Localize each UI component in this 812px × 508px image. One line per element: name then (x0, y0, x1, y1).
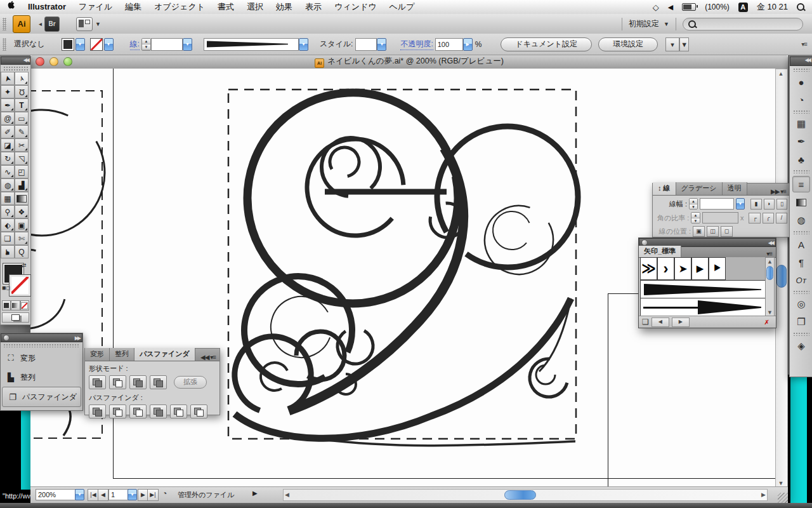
arrow-panel-scrollbar[interactable]: ▲ ▼ (765, 257, 775, 317)
minus-front-button[interactable] (109, 375, 126, 389)
brush-arrow-1[interactable]: ≫ (640, 257, 657, 280)
stroke-color-swatch[interactable] (90, 38, 103, 51)
menu-type[interactable]: 書式 (211, 0, 240, 14)
opacity-field[interactable]: 100 (435, 38, 463, 51)
menu-select[interactable]: 選択 (240, 0, 270, 14)
pathfinder-panel-icon[interactable]: ❐ (793, 314, 809, 330)
arrow-scroll-down[interactable]: ▼ (767, 309, 773, 316)
crop-button[interactable] (150, 404, 167, 418)
merge-button[interactable] (129, 404, 147, 418)
scale-tool[interactable]: ◹ (15, 152, 29, 165)
color-guide-panel-icon[interactable]: ◔ (793, 92, 809, 107)
tools-panel-gripper[interactable] (3, 66, 28, 70)
swatches-panel-icon[interactable]: ▦ (793, 116, 809, 131)
menu-object[interactable]: オブジェクト (148, 0, 211, 14)
stroke-weight-stepper[interactable]: ▲▼ (141, 38, 151, 51)
align-center-button[interactable]: ▣ (693, 226, 705, 237)
fill-dropdown-button[interactable]: ▼ (75, 38, 85, 51)
gradient-tool[interactable] (15, 192, 29, 205)
weight-field[interactable] (700, 198, 735, 210)
artboard-tool[interactable]: ❏ (1, 232, 15, 245)
eraser-tool[interactable]: ◪ (1, 138, 15, 152)
horizontal-scroll-thumb[interactable] (504, 490, 536, 500)
pen-tool[interactable]: ✒ (1, 98, 15, 112)
search-field[interactable] (683, 18, 803, 30)
menu-view[interactable]: 表示 (299, 0, 328, 14)
style-dropdown-button[interactable]: ▼ (377, 38, 386, 51)
zoom-tool[interactable]: Q (15, 245, 29, 258)
airport-icon[interactable]: ◇ (653, 3, 659, 12)
artwork-rectangle-left-edge[interactable] (608, 293, 608, 487)
prev-library-button[interactable]: ◀ (652, 318, 669, 327)
join-miter-button[interactable]: ┌ (749, 213, 760, 224)
intersect-button[interactable] (129, 375, 147, 389)
cap-butt-button[interactable]: ▮ (750, 199, 761, 210)
unite-button[interactable] (89, 375, 106, 389)
zoom-dropdown-button[interactable]: ▼ (75, 489, 84, 500)
pencil-tool[interactable]: ✎ (15, 125, 29, 138)
left-dock-close-icon[interactable] (3, 335, 10, 341)
arrow-panel-menu-icon[interactable]: ▾≡ (763, 250, 776, 257)
dock-item-pathfinder[interactable]: ❐ パスファインダ (2, 387, 81, 407)
trim-button[interactable] (109, 404, 126, 418)
tab-stroke[interactable]: ↕ 線 (653, 182, 676, 195)
swap-fill-stroke-icon[interactable]: ⇄ (22, 262, 27, 269)
exclude-button[interactable] (150, 375, 167, 389)
stroke-panel-icon[interactable]: ≡ (792, 176, 810, 192)
scissors-tool[interactable]: ✂ (15, 138, 29, 152)
brush-definition-preview[interactable] (204, 38, 299, 51)
live-paint-bucket-tool[interactable]: ⬖ (1, 218, 15, 232)
rotate-tool[interactable]: ↻ (1, 152, 15, 165)
delete-brush-icon[interactable]: ✗ (764, 319, 769, 326)
menu-window[interactable]: ウィンドウ (328, 0, 383, 14)
weight-stepper[interactable]: ▲▼ (689, 198, 698, 210)
tab-arrow-standard[interactable]: 矢印_標準 (639, 246, 681, 257)
flourish-artwork-selected[interactable] (225, 86, 580, 441)
brush-arrow-row[interactable] (640, 298, 766, 317)
brushes-panel-icon[interactable]: ✒ (793, 134, 809, 149)
tab-pathfinder[interactable]: パスファインダ (134, 348, 195, 361)
scroll-right-button[interactable]: ▶ (761, 491, 766, 498)
stroke-weight-link[interactable]: 線: (130, 39, 140, 50)
paragraph-panel-icon[interactable]: ¶ (793, 255, 809, 270)
battery-icon[interactable] (682, 3, 696, 11)
right-dock-gripper1[interactable] (793, 68, 809, 72)
stroke-weight-field[interactable] (151, 38, 183, 51)
scroll-up-button[interactable]: ▲ (776, 70, 786, 77)
tab-transparency[interactable]: 透明 (723, 182, 747, 195)
dock-item-align[interactable]: ▙ 整列 (1, 368, 82, 387)
menu-edit[interactable]: 編集 (119, 0, 148, 14)
select-similar-arrow[interactable]: ▼ (679, 37, 689, 51)
right-dock-gripper6[interactable] (793, 332, 809, 336)
right-dock-gripper4[interactable] (793, 231, 809, 234)
status-flyout-arrow[interactable]: ▶ (252, 490, 258, 497)
cap-projecting-button[interactable]: ▯ (776, 199, 787, 210)
dock-item-transform[interactable]: ⛶ 変形 (1, 349, 82, 368)
page-dropdown-button[interactable]: ▼ (128, 489, 137, 500)
fill-color-swatch[interactable] (62, 38, 74, 51)
tab-align[interactable]: 整列 (110, 348, 134, 361)
menu-illustrator[interactable]: Illustrator (22, 0, 72, 14)
window-resize-grip[interactable] (778, 493, 788, 503)
join-round-button[interactable]: ╭ (763, 213, 774, 224)
weight-dropdown[interactable]: ▼ (736, 198, 745, 210)
brush-arrow-2[interactable]: › (657, 257, 674, 280)
library-menu-icon[interactable]: ❏ (642, 318, 649, 326)
outline-button[interactable] (170, 404, 187, 418)
next-library-button[interactable]: ▶ (672, 318, 690, 327)
vertical-scrollbar[interactable]: ▲ ▼ (775, 69, 788, 487)
left-dock-header[interactable]: ▶▶ (1, 333, 82, 342)
symbol-sprayer-tool[interactable]: ◍ (1, 178, 15, 192)
live-paint-selection-tool[interactable]: ▣ (15, 218, 29, 232)
preferences-button[interactable]: 環境設定 (598, 37, 658, 51)
brush-taper-row[interactable] (640, 280, 766, 299)
mesh-tool[interactable]: ▦ (1, 192, 15, 205)
align-inside-button[interactable]: ◫ (707, 226, 719, 237)
left-dock-gripper[interactable] (3, 344, 80, 347)
menu-file[interactable]: ファイル (72, 0, 119, 14)
arrange-documents-arrow[interactable]: ▼ (95, 21, 101, 27)
go-to-bridge-button[interactable]: Br (44, 17, 60, 32)
none-mode-button[interactable] (20, 300, 29, 311)
appbar-gripper[interactable] (3, 18, 6, 30)
free-transform-tool[interactable]: ◰ (15, 165, 29, 178)
